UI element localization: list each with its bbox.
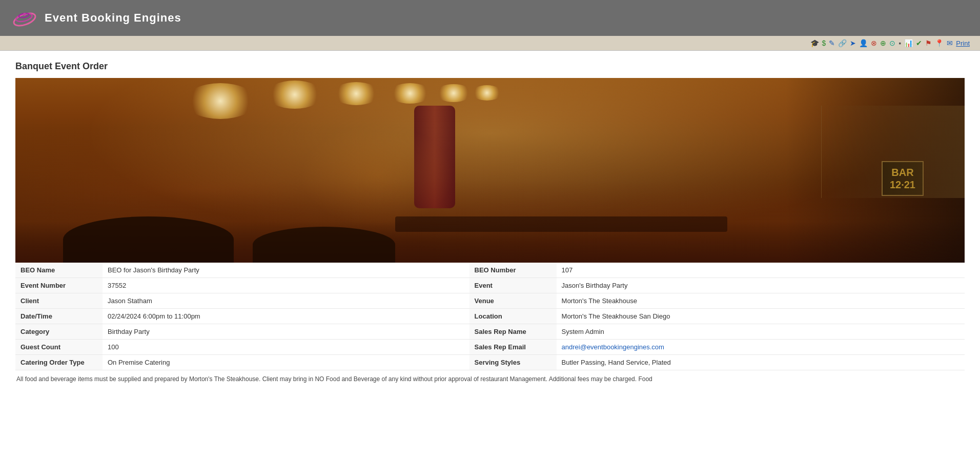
client-label: Client	[15, 293, 103, 309]
serving-styles-label: Serving Styles	[469, 355, 557, 370]
logo-area: Event Booking Engines	[10, 5, 181, 31]
footer-disclaimer: All food and beverage items must be supp…	[15, 374, 965, 384]
table-row: Guest Count 100 Sales Rep Email andrei@e…	[15, 340, 965, 355]
sales-rep-name-value: System Admin	[557, 324, 965, 340]
chart-icon[interactable]: 📊	[904, 39, 913, 47]
main-content: Banquet Event Order BAR12·21 BEO Name	[0, 51, 980, 394]
event-number-value: 37552	[103, 278, 454, 293]
venue-label: Venue	[469, 293, 557, 309]
event-value: Jason's Birthday Party	[557, 278, 965, 293]
cap-icon[interactable]: 🎓	[810, 39, 819, 47]
dollar-icon[interactable]: $	[822, 39, 826, 47]
print-button[interactable]: Print	[956, 39, 970, 47]
location-value: Morton's The Steakhouse San Diego	[557, 309, 965, 324]
catering-order-type-value: On Premise Catering	[103, 355, 454, 370]
table-row: BEO Name BEO for Jason's Birthday Party …	[15, 263, 965, 278]
event-number-label: Event Number	[15, 278, 103, 293]
beo-name-value: BEO for Jason's Birthday Party	[103, 263, 454, 278]
svg-point-3	[23, 13, 26, 16]
light-4	[390, 83, 431, 104]
light-6	[472, 85, 502, 101]
light-2	[267, 81, 323, 109]
pin-icon[interactable]: 📍	[935, 39, 944, 47]
circle-x-icon[interactable]: ⊗	[871, 39, 877, 47]
edit-icon[interactable]: ✎	[829, 39, 835, 47]
sales-rep-email-value: andrei@eventbookingengines.com	[557, 340, 965, 355]
event-info-table: BEO Name BEO for Jason's Birthday Party …	[15, 263, 965, 370]
table-row: Catering Order Type On Premise Catering …	[15, 355, 965, 370]
table-row: Event Number 37552 Event Jason's Birthda…	[15, 278, 965, 293]
bottle-shelf	[821, 106, 965, 198]
category-value: Birthday Party	[103, 324, 454, 340]
datetime-value: 02/24/2024 6:00pm to 11:00pm	[103, 309, 454, 324]
mail-icon[interactable]: ✉	[947, 39, 953, 47]
category-label: Category	[15, 324, 103, 340]
app-title: Event Booking Engines	[45, 11, 181, 25]
datetime-label: Date/Time	[15, 309, 103, 324]
arrow-icon[interactable]: ➤	[850, 39, 856, 47]
guest-count-label: Guest Count	[15, 340, 103, 355]
table-row: Category Birthday Party Sales Rep Name S…	[15, 324, 965, 340]
beo-name-label: BEO Name	[15, 263, 103, 278]
app-header: Event Booking Engines	[0, 0, 980, 36]
person-icon[interactable]: 👤	[859, 39, 868, 47]
flag-icon[interactable]: ⚑	[925, 39, 932, 47]
circle-dot-icon[interactable]: ⊙	[889, 39, 895, 47]
location-label: Location	[469, 309, 557, 324]
page-title: Banquet Event Order	[15, 61, 965, 72]
toolbar: 🎓 $ ✎ 🔗 ➤ 👤 ⊗ ⊕ ⊙ ▪ 📊 ✔ ⚑ 📍 ✉ Print	[0, 36, 980, 51]
venue-banner-image: BAR12·21	[15, 78, 965, 263]
sales-rep-email-label: Sales Rep Email	[469, 340, 557, 355]
light-3	[333, 82, 379, 105]
square-icon[interactable]: ▪	[899, 39, 901, 47]
beo-number-label: BEO Number	[469, 263, 557, 278]
app-logo	[10, 5, 38, 31]
table-row: Date/Time 02/24/2024 6:00pm to 11:00pm L…	[15, 309, 965, 324]
client-value: Jason Statham	[103, 293, 454, 309]
guest-count-value: 100	[103, 340, 454, 355]
light-1	[185, 83, 256, 119]
sales-rep-name-label: Sales Rep Name	[469, 324, 557, 340]
sales-rep-email-link[interactable]: andrei@eventbookingengines.com	[562, 343, 664, 351]
light-5	[436, 84, 472, 102]
check-icon[interactable]: ✔	[916, 39, 922, 47]
table-silhouette-2	[253, 227, 395, 263]
circle-check-icon[interactable]: ⊕	[880, 39, 886, 47]
beo-number-value: 107	[557, 263, 965, 278]
link-icon[interactable]: 🔗	[838, 39, 847, 47]
catering-order-type-label: Catering Order Type	[15, 355, 103, 370]
table-row: Client Jason Statham Venue Morton's The …	[15, 293, 965, 309]
event-label: Event	[469, 278, 557, 293]
venue-value: Morton's The Steakhouse	[557, 293, 965, 309]
ambient-light	[300, 124, 454, 227]
serving-styles-value: Butler Passing, Hand Service, Plated	[557, 355, 965, 370]
table-silhouette-1	[63, 216, 234, 263]
